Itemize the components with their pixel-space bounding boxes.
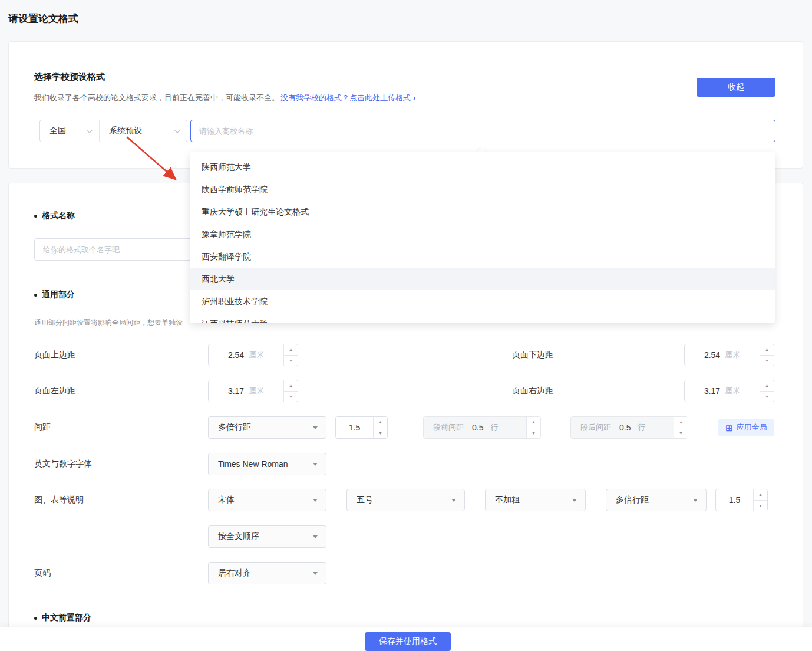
stepper-down-icon[interactable]: ▼ — [374, 428, 387, 439]
caption-weight-select[interactable]: 不加粗 — [485, 489, 586, 511]
caption-order-select[interactable]: 按全文顺序 — [208, 525, 326, 548]
caption-line-value[interactable]: 1.5 — [729, 495, 740, 505]
stepper-down-icon[interactable]: ▼ — [284, 356, 298, 366]
english-font-select[interactable]: Times New Roman — [208, 453, 326, 475]
page-number-align-select[interactable]: 居右对齐 — [208, 562, 326, 584]
caret-down-icon — [693, 499, 698, 502]
stepper-down-icon[interactable]: ▼ — [760, 356, 774, 366]
school-preset-card: 选择学校预设格式 我们收录了各个高校的论文格式要求，目前正在完善中，可能收录不全… — [8, 41, 803, 169]
top-margin-field-label: 页面上边距 — [34, 344, 75, 366]
school-option[interactable]: 泸州职业技术学院 — [190, 290, 775, 313]
region-select[interactable]: 全国 — [40, 120, 99, 142]
school-option[interactable]: 江西科技师范大学 — [190, 313, 775, 323]
number-value-wrap: 2.54 厘米 — [209, 344, 283, 366]
school-option[interactable]: 豫章师范学院 — [190, 223, 775, 245]
stepper-up-icon[interactable]: ▲ — [754, 489, 767, 501]
stepper-up-icon[interactable]: ▲ — [674, 417, 688, 428]
spacing-field-label: 间距 — [34, 416, 51, 439]
stepper-up-icon[interactable]: ▲ — [527, 417, 540, 428]
stepper: ▲ ▼ — [373, 417, 387, 438]
caption-weight-value: 不加粗 — [495, 495, 520, 505]
stepper-down-icon[interactable]: ▼ — [760, 392, 774, 402]
stepper: ▲ ▼ — [760, 344, 774, 366]
number-value-wrap: 3.17 厘米 — [209, 380, 283, 402]
caption-size-select[interactable]: 五号 — [346, 489, 465, 511]
stepper-up-icon[interactable]: ▲ — [760, 344, 774, 356]
caret-down-icon — [313, 572, 318, 575]
stepper-up-icon[interactable]: ▲ — [760, 380, 774, 392]
right-margin-input[interactable]: 3.17 厘米 ▲ ▼ — [684, 380, 774, 402]
school-option[interactable]: 陕西师范大学 — [190, 156, 775, 178]
apply-global-label: 应用全局 — [737, 422, 767, 433]
preset-heading: 选择学校预设格式 — [34, 71, 105, 83]
english-font-value: Times New Roman — [218, 459, 288, 469]
bottom-margin-value[interactable]: 2.54 — [704, 350, 720, 360]
stepper-up-icon[interactable]: ▲ — [374, 417, 387, 428]
caption-size-value: 五号 — [357, 495, 373, 505]
collapse-button[interactable]: 收起 — [697, 78, 775, 97]
bottom-margin-input[interactable]: 2.54 厘米 ▲ ▼ — [684, 344, 774, 366]
school-option-highlighted[interactable]: 西北大学 — [190, 268, 775, 290]
stepper: ▲ ▼ — [283, 380, 298, 402]
page-number-align-value: 居右对齐 — [218, 568, 251, 578]
preset-description: 我们收录了各个高校的论文格式要求，目前正在完善中，可能收录不全。没有我学校的格式… — [34, 93, 415, 103]
save-button[interactable]: 保存并使用格式 — [365, 632, 451, 651]
after-spacing-value[interactable]: 0.5 — [619, 423, 631, 432]
caption-order-value: 按全文顺序 — [218, 531, 259, 542]
general-section-label: 通用部分 — [42, 290, 75, 300]
upload-format-link[interactable]: 没有我学校的格式？点击此处上传格式› — [280, 93, 415, 102]
caption-line-value-input[interactable]: 1.5 ▲ ▼ — [715, 489, 768, 511]
format-name-section-heading: 格式名称 — [34, 211, 75, 221]
footer-bar: 保存并使用格式 — [0, 627, 812, 651]
line-unit-label: 行 — [638, 422, 645, 433]
left-margin-input[interactable]: 3.17 厘米 ▲ ▼ — [208, 380, 298, 402]
chevron-down-icon — [87, 127, 93, 133]
after-spacing-label: 段后间距 — [580, 422, 611, 433]
caption-field-label: 图、表等说明 — [34, 489, 84, 511]
top-margin-input[interactable]: 2.54 厘米 ▲ ▼ — [208, 344, 298, 366]
stepper-down-icon[interactable]: ▼ — [674, 428, 688, 439]
left-margin-value[interactable]: 3.17 — [228, 386, 244, 396]
right-margin-value[interactable]: 3.17 — [704, 386, 720, 396]
caret-down-icon — [572, 499, 577, 502]
line-spacing-mode-value: 多倍行距 — [218, 422, 251, 433]
stepper: ▲ ▼ — [760, 380, 774, 402]
upload-link-text: 没有我学校的格式？点击此处上传格式 — [280, 93, 411, 102]
chinese-front-section-heading: 中文前置部分 — [34, 613, 91, 623]
top-margin-value[interactable]: 2.54 — [228, 350, 244, 360]
caption-font-select[interactable]: 宋体 — [208, 489, 326, 511]
apply-global-button[interactable]: ⊞ 应用全局 — [718, 419, 774, 436]
left-margin-field-label: 页面左边距 — [34, 380, 75, 402]
right-margin-field-label: 页面右边距 — [512, 380, 553, 402]
line-spacing-value[interactable]: 1.5 — [349, 423, 360, 432]
line-spacing-value-input[interactable]: 1.5 ▲ ▼ — [335, 416, 388, 439]
caret-down-icon — [313, 463, 318, 466]
page: 请设置论文格式 选择学校预设格式 我们收录了各个高校的论文格式要求，目前正在完善… — [0, 0, 812, 651]
school-option[interactable]: 重庆大学硕士研究生论文格式 — [190, 200, 775, 223]
chinese-front-label: 中文前置部分 — [42, 613, 91, 623]
before-spacing-value[interactable]: 0.5 — [472, 423, 483, 432]
bullet-dot — [34, 617, 37, 620]
number-value-wrap: 2.54 厘米 — [685, 344, 760, 366]
page-title: 请设置论文格式 — [8, 12, 78, 25]
unit-cm-label: 厘米 — [725, 350, 740, 360]
before-spacing-label: 段前间距 — [433, 422, 464, 433]
english-font-field-label: 英文与数字字体 — [34, 453, 92, 475]
general-section-description: 通用部分间距设置将影响全局间距，想要单独设 — [34, 318, 183, 328]
school-option[interactable]: 西安翻译学院 — [190, 245, 775, 268]
chevron-right-icon: › — [413, 93, 415, 102]
stepper-down-icon[interactable]: ▼ — [284, 392, 298, 402]
number-value-wrap: 1.5 — [716, 489, 753, 511]
school-option[interactable]: 陕西学前师范学院 — [190, 178, 775, 200]
general-section-heading: 通用部分 — [34, 290, 75, 300]
line-spacing-mode-select[interactable]: 多倍行距 — [208, 416, 326, 439]
stepper-down-icon[interactable]: ▼ — [527, 428, 540, 439]
stepper-up-icon[interactable]: ▲ — [284, 380, 298, 392]
source-select[interactable]: 系统预设 — [100, 120, 187, 142]
stepper-down-icon[interactable]: ▼ — [754, 501, 767, 511]
caption-line-spacing-select[interactable]: 多倍行距 — [606, 489, 707, 511]
school-search-input[interactable] — [190, 120, 775, 142]
apply-global-icon: ⊞ — [725, 423, 733, 432]
stepper-up-icon[interactable]: ▲ — [284, 344, 298, 356]
caret-down-icon — [451, 499, 456, 502]
